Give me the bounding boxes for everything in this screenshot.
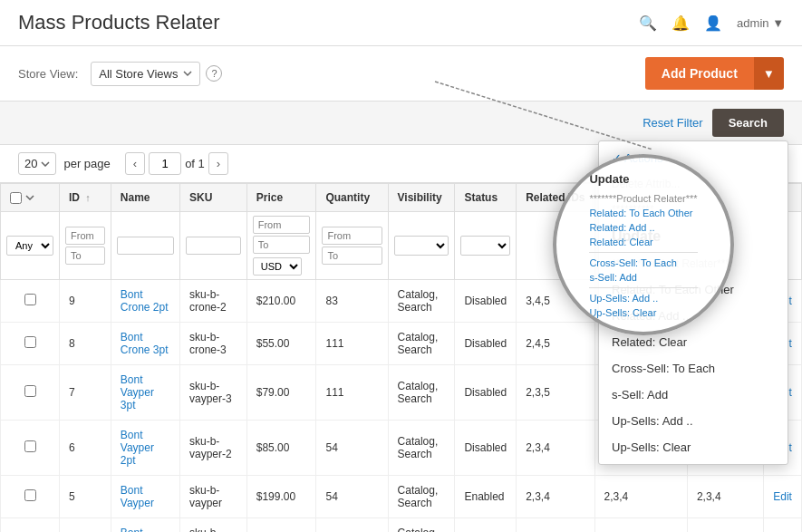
page-nav: ‹ of 1 › [125,152,228,175]
row-status: Disabled [455,518,517,533]
page-title: Mass Products Relater [18,11,220,34]
magnifier-update: Update [589,170,697,188]
row-qty: 54 [316,476,388,518]
add-product-button[interactable]: Add Product [645,57,754,90]
prev-page-button[interactable]: ‹ [125,152,145,175]
row-name[interactable]: Bont Crone 2pt [111,280,179,323]
filter-name-input[interactable] [117,237,174,255]
user-icon[interactable]: 👤 [704,15,722,32]
dropdown-item-upsells-add[interactable]: Up-Sells: Add .. [599,408,788,434]
row-price: $199.00 [246,476,316,518]
select-all-chevron-icon [25,195,34,200]
row-qty: 111 [316,518,388,533]
row-upsell: 2,3,5 [687,518,763,533]
per-page-value: 20 [24,157,37,170]
row-related: 2,3,4 [517,421,594,476]
magnifier-related-clear: Related: Clear [589,235,697,249]
per-page-select[interactable]: 20 [18,152,56,175]
filter-any-select[interactable]: Any [6,236,53,256]
row-id: 4 [60,518,111,533]
row-status: Disabled [455,280,517,323]
filter-sku-input[interactable] [186,237,241,255]
magnifier-upsells-clear: Up-Sells: Clear [589,305,697,320]
row-checkbox-cell [1,476,60,518]
row-status: Disabled [455,365,517,421]
row-checkbox[interactable] [24,336,36,348]
row-price: $210.00 [246,280,316,323]
magnifier-overlay: Update *******Product Relater*** Related… [553,154,734,335]
page-of-label: of 1 [185,157,205,170]
magnifier-content: Update *******Product Relater*** Related… [580,161,706,329]
row-id: 8 [60,323,111,365]
dropdown-item-upsells-clear[interactable]: Up-Sells: Clear [599,434,788,460]
col-quantity: Quantity [316,184,388,212]
dropdown-item-crosssell-each[interactable]: Cross-Sell: To Each [599,355,788,382]
row-price: $55.00 [246,323,316,365]
add-product-dropdown-button[interactable]: ▼ [754,57,784,90]
edit-link[interactable]: Edit [773,490,792,503]
row-related: 2,3,5 [517,365,594,421]
row-price: $85.00 [246,421,316,476]
row-id: 6 [60,421,111,476]
filter-currency-select[interactable]: USD [253,257,302,276]
select-all-checkbox[interactable] [10,192,22,204]
row-name[interactable]: Bont Cheetah [111,518,179,533]
col-id: ID ↑ [60,184,111,212]
reset-filter-link[interactable]: Reset Filter [643,116,702,130]
row-id: 5 [60,476,111,518]
row-checkbox[interactable] [24,294,36,305]
filter-price-from[interactable] [253,216,311,234]
row-crosssell: 2,3,5 [594,518,687,533]
magnifier-ssell-add: s-Sell: Add [589,270,697,285]
col-price: Price [246,184,316,212]
help-icon[interactable]: ? [206,65,222,82]
page-number-input[interactable] [149,152,181,175]
row-qty: 83 [316,280,388,323]
row-edit[interactable]: Edit [764,476,802,518]
filter-visibility-select[interactable] [394,236,449,256]
chevron-down-icon [183,69,192,78]
row-name[interactable]: Bont Vayper [111,476,179,518]
header-icons: 🔍 🔔 👤 admin ▼ [639,15,784,32]
row-status: Disabled [455,323,517,365]
add-product-group: Add Product ▼ [645,57,784,90]
row-qty: 54 [316,421,388,476]
filter-id [60,212,111,280]
row-status: Disabled [455,421,517,476]
row-checkbox[interactable] [24,440,36,452]
store-view-dropdown[interactable]: All Store Views [91,62,200,86]
row-name[interactable]: Bont Crone 3pt [111,323,179,365]
filter-status-select[interactable] [460,236,510,256]
row-name[interactable]: Bont Vayper 3pt [111,365,179,421]
row-status: Enabled [455,476,517,518]
filter-price-to[interactable] [253,236,311,254]
row-qty: 111 [316,365,388,421]
row-crosssell: 2,3,4 [594,476,687,518]
filter-id-from[interactable] [65,227,105,245]
row-visibility: Catalog, Search [388,280,455,323]
row-visibility: Catalog, Search [388,323,455,365]
row-id: 9 [60,280,111,323]
row-name[interactable]: Bont Vayper 2pt [111,421,179,476]
row-checkbox[interactable] [24,489,36,501]
bell-icon[interactable]: 🔔 [672,15,690,32]
row-visibility: Catalog, Search [388,518,455,533]
search-button[interactable]: Search [712,109,784,137]
row-qty: 111 [316,323,388,365]
dropdown-item-crosssell-add[interactable]: s-Sell: Add [599,382,788,408]
select-all-header [1,184,60,212]
main-header: Mass Products Relater 🔍 🔔 👤 admin ▼ [0,0,802,46]
filter-qty-from[interactable] [322,227,382,245]
row-visibility: Catalog, Search [388,421,455,476]
search-icon[interactable]: 🔍 [639,15,657,32]
filter-name [111,212,179,280]
row-checkbox-cell [1,280,60,323]
next-page-button[interactable]: › [208,152,228,175]
admin-menu[interactable]: admin ▼ [737,16,784,30]
sort-icon[interactable]: ↑ [85,192,91,203]
row-edit[interactable]: Edit [764,518,802,533]
filter-qty-to[interactable] [322,247,382,265]
filter-id-to[interactable] [65,247,105,265]
row-checkbox[interactable] [24,385,36,397]
magnifier-upsells-add: Up-Sells: Add .. [589,291,697,305]
